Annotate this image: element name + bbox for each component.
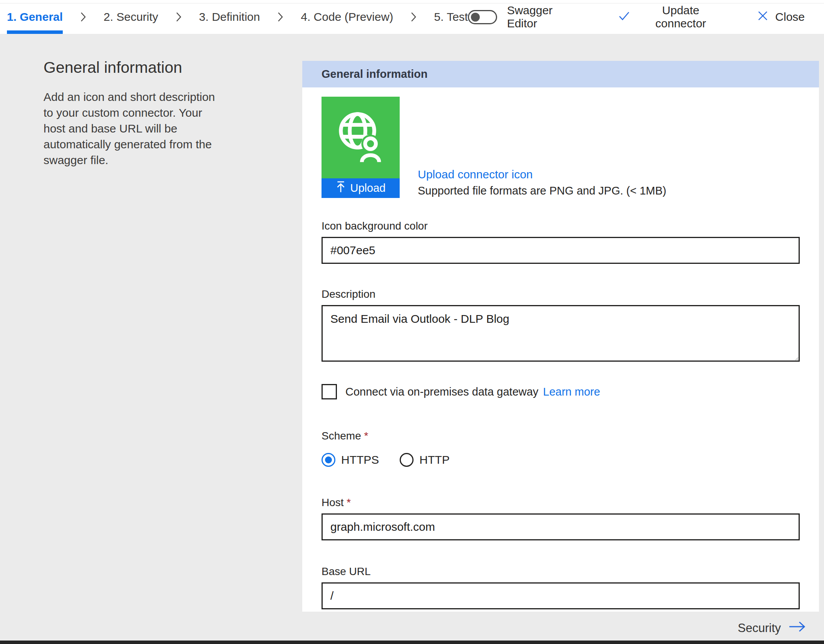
upload-connector-icon-link[interactable]: Upload connector icon — [418, 168, 667, 181]
chevron-right-icon — [175, 11, 182, 23]
close-button[interactable]: Close — [757, 10, 805, 25]
globe-user-icon — [334, 108, 388, 167]
tab-general-label: 1. General — [7, 10, 63, 23]
radio-selected-dot — [325, 456, 332, 463]
toggle-knob-icon — [471, 13, 480, 22]
tab-test-label: 5. Test — [434, 10, 468, 23]
radio-http-circle — [400, 453, 414, 467]
wizard-step-bar: 1. General 2. Security 3. Definition 4. … — [0, 0, 824, 34]
tab-security-label: 2. Security — [104, 10, 158, 23]
bottom-edge-bar — [0, 641, 824, 644]
connector-icon-preview: Upload — [322, 97, 400, 198]
radio-http[interactable]: HTTP — [400, 453, 449, 467]
tab-test[interactable]: 5. Test — [434, 0, 468, 34]
chevron-right-icon — [410, 11, 417, 23]
gateway-checkbox[interactable] — [322, 384, 337, 399]
upload-arrow-icon — [336, 181, 346, 195]
connector-icon-tile — [322, 97, 400, 178]
chevron-right-icon — [80, 11, 87, 23]
icon-background-color-input[interactable] — [322, 237, 800, 264]
general-information-panel: General information — [302, 61, 819, 612]
close-x-icon — [757, 10, 769, 25]
tab-general[interactable]: 1. General — [7, 0, 63, 34]
radio-https-circle — [322, 453, 335, 467]
base-url-group: Base URL — [322, 565, 800, 609]
next-step-security-link[interactable]: Security — [738, 621, 806, 636]
host-label: Host * — [322, 496, 800, 509]
arrow-right-icon — [789, 621, 806, 636]
next-step-label: Security — [738, 621, 781, 635]
scheme-label: Scheme * — [322, 429, 800, 442]
update-connector-label: Update connector — [637, 4, 725, 30]
scheme-options: HTTPS HTTP — [322, 453, 800, 467]
upload-button[interactable]: Upload — [322, 178, 400, 198]
upload-button-label: Upload — [350, 182, 386, 195]
host-group: Host * — [322, 496, 800, 540]
swagger-editor-toggle[interactable] — [468, 10, 497, 24]
radio-https[interactable]: HTTPS — [322, 453, 379, 467]
tab-code-preview[interactable]: 4. Code (Preview) — [301, 0, 393, 34]
upload-info: Upload connector icon Supported file for… — [418, 168, 667, 197]
toolbar-actions: Swagger Editor Update connector Close — [468, 4, 805, 30]
required-asterisk: * — [347, 496, 351, 508]
scheme-group: Scheme * HTTPS HTTP — [322, 429, 800, 467]
radio-https-label: HTTPS — [341, 453, 379, 466]
gateway-row: Connect via on-premises data gateway Lea… — [322, 384, 800, 399]
close-label: Close — [775, 10, 805, 23]
tab-code-preview-label: 4. Code (Preview) — [301, 10, 393, 23]
tab-definition[interactable]: 3. Definition — [199, 0, 260, 34]
tab-definition-label: 3. Definition — [199, 10, 260, 23]
tab-security[interactable]: 2. Security — [104, 0, 158, 34]
radio-http-label: HTTP — [419, 453, 449, 466]
update-connector-button[interactable]: Update connector — [617, 4, 725, 30]
base-url-input[interactable] — [322, 582, 800, 609]
connector-icon-section: Upload Upload connector icon Supported f… — [322, 97, 800, 198]
host-input[interactable] — [322, 513, 800, 540]
wizard-tabs: 1. General 2. Security 3. Definition 4. … — [7, 0, 468, 34]
base-url-label: Base URL — [322, 565, 800, 578]
icon-background-color-label: Icon background color — [322, 220, 800, 232]
required-asterisk: * — [364, 430, 368, 442]
panel-title: General information — [322, 68, 428, 80]
panel-header: General information — [302, 61, 819, 87]
main-content: General information Add an icon and shor… — [0, 34, 824, 641]
step-intro: General information Add an icon and shor… — [44, 59, 225, 168]
learn-more-link[interactable]: Learn more — [543, 386, 600, 398]
description-group: Description Send Email via Outlook - DLP… — [322, 288, 800, 363]
description-textarea[interactable]: Send Email via Outlook - DLP Blog — [322, 305, 800, 362]
page-description: Add an icon and short description to you… — [44, 89, 225, 168]
checkmark-icon — [617, 9, 631, 25]
gateway-label: Connect via on-premises data gateway — [345, 386, 538, 398]
upload-format-hint: Supported file formats are PNG and JPG. … — [418, 184, 667, 197]
swagger-editor-label: Swagger Editor — [507, 4, 583, 30]
page-title: General information — [44, 59, 225, 77]
chevron-right-icon — [277, 11, 284, 23]
panel-body: Upload Upload connector icon Supported f… — [302, 87, 819, 609]
icon-background-color-group: Icon background color — [322, 220, 800, 264]
custom-connector-wizard: 1. General 2. Security 3. Definition 4. … — [0, 0, 824, 644]
description-label: Description — [322, 288, 800, 300]
